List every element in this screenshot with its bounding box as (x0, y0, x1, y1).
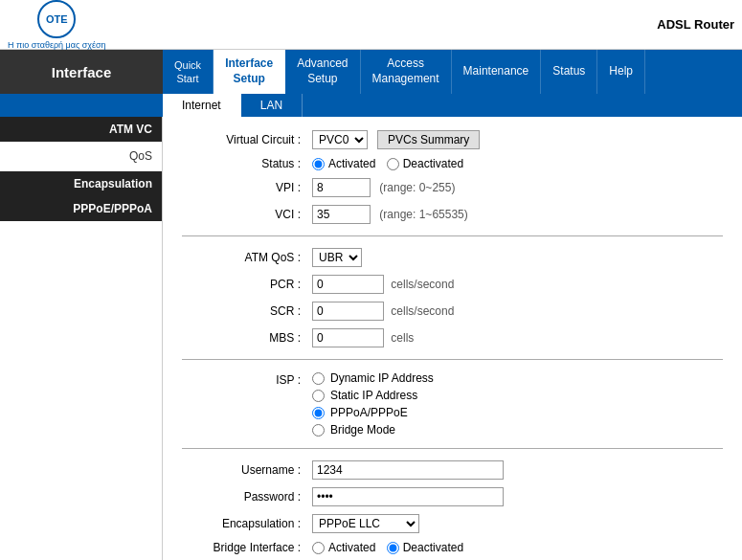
username-label: Username : (182, 457, 306, 483)
sidebar-section-pppoe-ppoa: PPPoE/PPPoA (0, 196, 162, 221)
tab-quick-start[interactable]: QuickStart (163, 50, 214, 94)
sub-tab-internet[interactable]: Internet (163, 94, 241, 117)
isp-static-ip: Static IP Address (312, 389, 717, 402)
tab-interface-setup[interactable]: InterfaceSetup (214, 50, 285, 94)
scr-unit: cells/second (391, 304, 454, 318)
interface-label: Interface (0, 50, 163, 94)
bridge-activated-label[interactable]: Activated (328, 541, 375, 554)
isp-bridge-mode: Bridge Mode (312, 423, 717, 437)
scr-input[interactable] (312, 302, 384, 321)
isp-dynamic-ip-radio[interactable] (312, 372, 325, 385)
isp-bridge-mode-label[interactable]: Bridge Mode (330, 423, 395, 437)
encapsulation-label: Encapsulation : (182, 510, 306, 537)
password-input[interactable] (312, 487, 504, 506)
status-deactivated-radio[interactable] (387, 158, 399, 170)
status-activated-label[interactable]: Activated (328, 157, 375, 170)
sidebar-item-qos[interactable]: QoS (0, 142, 162, 171)
vpi-range: (range: 0~255) (379, 181, 455, 194)
isp-label: ISP : (182, 368, 306, 440)
sidebar-section-encapsulation: Encapsulation (0, 171, 162, 196)
isp-pppoa-pppoe-label[interactable]: PPPoA/PPPoE (330, 406, 408, 419)
status-radio-group: Activated Deactivated (312, 157, 717, 170)
nav-tabs: QuickStart InterfaceSetup AdvancedSetup … (163, 50, 742, 94)
app-header: OTE Η πιο σταθερή μας σχέση ADSL Router (0, 0, 742, 50)
status-activated-radio[interactable] (312, 158, 325, 170)
atm-qos-select[interactable]: UBR CBR VBR (312, 248, 362, 267)
app-title: ADSL Router (657, 17, 734, 32)
vci-label: VCI : (182, 201, 306, 228)
logo-area: OTE Η πιο σταθερή μας σχέση (8, 0, 106, 50)
main-content: ATM VC QoS Encapsulation PPPoE/PPPoA Vir… (0, 117, 742, 560)
isp-pppoa-pppoe: PPPoA/PPPoE (312, 406, 717, 419)
vci-range: (range: 1~65535) (379, 208, 467, 221)
pvcs-summary-button[interactable]: PVCs Summary (377, 130, 480, 149)
logo-icon: OTE (37, 0, 76, 38)
pcr-unit: cells/second (391, 278, 454, 291)
status-label: Status : (182, 153, 306, 174)
tab-help[interactable]: Help (597, 50, 645, 94)
pppoe-form: Username : Password : Encapsulation : PP… (182, 457, 723, 558)
vpi-label: VPI : (182, 174, 306, 201)
vpi-input[interactable] (312, 178, 371, 197)
qos-form: ATM QoS : UBR CBR VBR PCR : cells/second (182, 244, 723, 351)
atm-qos-label: ATM QoS : (182, 244, 306, 271)
pcr-input[interactable] (312, 275, 384, 294)
atm-vc-form: Virtual Circuit : PVC0 PVC1 PVC2 PVCs Su… (182, 126, 723, 228)
bridge-radio-group: Activated Deactivated (312, 541, 717, 554)
tab-advanced-setup[interactable]: AdvancedSetup (285, 50, 360, 94)
sub-tab-lan[interactable]: LAN (241, 94, 303, 117)
encapsulation-form: ISP : Dynamic IP Address Static IP Addre… (182, 368, 723, 440)
tab-access-management[interactable]: AccessManagement (361, 50, 452, 94)
sidebar-section-atm-vc: ATM VC (0, 117, 162, 142)
pcr-label: PCR : (182, 271, 306, 298)
qos-divider (182, 235, 723, 236)
tab-maintenance[interactable]: Maintenance (452, 50, 542, 94)
mbs-input[interactable] (312, 328, 384, 347)
mbs-label: MBS : (182, 325, 306, 351)
status-deactivated-label[interactable]: Deactivated (403, 157, 463, 170)
isp-dynamic-ip: Dynamic IP Address (312, 371, 717, 385)
isp-static-ip-label[interactable]: Static IP Address (330, 389, 417, 402)
mbs-unit: cells (391, 331, 414, 345)
encapsulation-divider (182, 359, 723, 360)
bridge-deactivated-radio[interactable] (387, 542, 399, 554)
bridge-activated-radio[interactable] (312, 542, 325, 554)
virtual-circuit-label: Virtual Circuit : (182, 126, 306, 153)
logo-tagline: Η πιο σταθερή μας σχέση (8, 40, 106, 50)
nav-bar: Interface QuickStart InterfaceSetup Adva… (0, 50, 742, 94)
scr-label: SCR : (182, 298, 306, 325)
pppoe-divider (182, 448, 723, 449)
isp-bridge-mode-radio[interactable] (312, 424, 325, 437)
isp-options: Dynamic IP Address Static IP Address PPP… (312, 371, 717, 437)
encapsulation-select[interactable]: PPPoE LLC PPPoE VC-Mux PPPoA LLC PPPoA V… (312, 514, 419, 533)
isp-pppoa-pppoe-radio[interactable] (312, 407, 325, 419)
virtual-circuit-select[interactable]: PVC0 PVC1 PVC2 (312, 130, 368, 149)
username-input[interactable] (312, 460, 504, 480)
sub-tabs: Internet LAN (0, 94, 742, 117)
tab-status[interactable]: Status (541, 50, 597, 94)
isp-static-ip-radio[interactable] (312, 390, 325, 402)
vci-input[interactable] (312, 205, 371, 224)
isp-dynamic-ip-label[interactable]: Dynamic IP Address (330, 371, 434, 385)
bridge-interface-label: Bridge Interface : (182, 537, 306, 558)
sidebar: ATM VC QoS Encapsulation PPPoE/PPPoA (0, 117, 163, 560)
password-label: Password : (182, 483, 306, 510)
content-area: Virtual Circuit : PVC0 PVC1 PVC2 PVCs Su… (163, 117, 742, 560)
bridge-deactivated-label[interactable]: Deactivated (403, 541, 463, 554)
